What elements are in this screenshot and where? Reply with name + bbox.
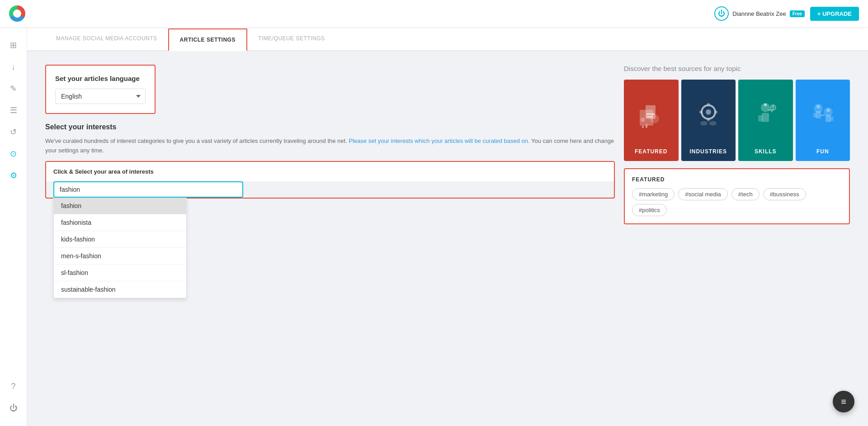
featured-label: FEATURED bbox=[635, 148, 667, 155]
sidebar-item-compose[interactable]: ✎ bbox=[5, 80, 23, 98]
svg-point-28 bbox=[826, 109, 830, 112]
interest-search-input[interactable] bbox=[53, 181, 243, 198]
svg-point-24 bbox=[816, 105, 820, 109]
industries-label: INDUSTRIES bbox=[689, 148, 727, 155]
logo-area bbox=[9, 5, 25, 22]
interests-title: Select your interests bbox=[45, 123, 615, 131]
tab-manage-social[interactable]: MANAGE SOCIAL MEDIA ACCOUNTS bbox=[45, 27, 168, 51]
svg-rect-4 bbox=[646, 116, 653, 118]
skills-icon bbox=[752, 99, 779, 134]
upgrade-button[interactable]: + UPGRADE bbox=[810, 7, 859, 21]
logo-inner bbox=[13, 9, 21, 18]
tabs-bar: MANAGE SOCIAL MEDIA ACCOUNTS ARTICLE SET… bbox=[27, 27, 868, 51]
tab-time-queue[interactable]: TIME/QUEUE SETTINGS bbox=[247, 27, 336, 51]
svg-point-2 bbox=[650, 114, 659, 123]
svg-rect-3 bbox=[646, 114, 655, 115]
tags-row: #marketing #social media #tech #bussines… bbox=[632, 188, 842, 216]
interests-desc: We've curated hundreds of interest categ… bbox=[45, 137, 615, 156]
right-panel: Discover the best sources for any topic bbox=[624, 65, 850, 409]
app-logo[interactable] bbox=[9, 5, 25, 22]
svg-point-22 bbox=[773, 109, 774, 110]
search-input-wrapper bbox=[46, 181, 614, 198]
svg-point-9 bbox=[706, 109, 711, 115]
language-title: Set your articles language bbox=[55, 75, 146, 82]
sidebar-item-settings[interactable]: ⚙ bbox=[5, 166, 23, 185]
svg-rect-17 bbox=[762, 113, 769, 122]
svg-rect-10 bbox=[707, 103, 710, 106]
svg-rect-7 bbox=[646, 124, 647, 128]
sidebar-item-import[interactable]: ⊙ bbox=[5, 145, 23, 163]
content: MANAGE SOCIAL MEDIA ACCOUNTS ARTICLE SET… bbox=[27, 27, 868, 426]
svg-rect-30 bbox=[830, 117, 834, 121]
tag-marketing[interactable]: #marketing bbox=[632, 188, 675, 200]
sidebar-bottom: ? ⏻ bbox=[5, 377, 23, 417]
content-area: Set your articles language English Spani… bbox=[27, 51, 868, 423]
svg-rect-11 bbox=[707, 118, 710, 121]
featured-tags-box: FEATURED #marketing #social media #tech … bbox=[624, 168, 850, 224]
tag-bussiness[interactable]: #bussiness bbox=[763, 188, 806, 200]
tag-tech[interactable]: #tech bbox=[731, 188, 760, 200]
cat-card-skills[interactable]: SKILLS bbox=[738, 80, 793, 161]
dropdown-item-fashionista[interactable]: fashionista bbox=[54, 214, 186, 231]
svg-rect-6 bbox=[642, 126, 644, 128]
user-avatar: ⏻ bbox=[714, 6, 729, 21]
svg-point-14 bbox=[700, 121, 708, 126]
sidebar-item-download[interactable]: ↓ bbox=[5, 58, 23, 76]
dropdown-item-sl-fashion[interactable]: sl-fashion bbox=[54, 265, 186, 281]
svg-point-19 bbox=[764, 104, 767, 106]
user-name: Diannne Beatrix Zee bbox=[732, 10, 786, 17]
sidebar-item-help[interactable]: ? bbox=[5, 377, 23, 395]
dropdown-item-fashion[interactable]: fashion bbox=[54, 198, 186, 214]
skills-label: SKILLS bbox=[755, 148, 777, 155]
dropdown-item-sustainable-fashion[interactable]: sustainable-fashion bbox=[54, 281, 186, 298]
discover-text: Discover the best sources for any topic bbox=[624, 65, 850, 72]
sidebar: ⊞ ↓ ✎ ☰ ↺ ⊙ ⚙ ? ⏻ bbox=[0, 27, 27, 426]
fun-icon bbox=[809, 99, 836, 134]
svg-rect-13 bbox=[715, 111, 717, 114]
svg-rect-18 bbox=[758, 115, 763, 122]
category-cards: FEATURED bbox=[624, 80, 850, 161]
svg-rect-12 bbox=[699, 111, 702, 114]
free-badge: Free bbox=[790, 10, 805, 17]
industries-icon bbox=[695, 101, 722, 133]
dropdown-item-kids-fashion[interactable]: kids-fashion bbox=[54, 231, 186, 248]
dropdown-list: fashion fashionista kids-fashion men-s-f… bbox=[53, 198, 187, 298]
sidebar-item-dashboard[interactable]: ⊞ bbox=[5, 36, 23, 54]
top-nav: ⏻ Diannne Beatrix Zee Free + UPGRADE bbox=[0, 0, 868, 27]
fab-button[interactable]: ≡ bbox=[833, 391, 854, 412]
left-panel: Set your articles language English Spani… bbox=[45, 65, 615, 409]
cat-card-featured[interactable]: FEATURED bbox=[624, 80, 679, 161]
top-nav-right: ⏻ Diannne Beatrix Zee Free + UPGRADE bbox=[714, 6, 859, 21]
tab-article-settings[interactable]: ARTICLE SETTINGS bbox=[168, 28, 247, 51]
desc-link[interactable]: Please set your interests which your art… bbox=[349, 137, 529, 144]
dropdown-item-mens-fashion[interactable]: men-s-fashion bbox=[54, 248, 186, 265]
sidebar-item-feed[interactable]: ☰ bbox=[5, 101, 23, 119]
click-select-box: Click & Select your area of interests fa… bbox=[45, 161, 615, 199]
cat-card-industries[interactable]: INDUSTRIES bbox=[681, 80, 736, 161]
interests-section: Select your interests We've curated hund… bbox=[45, 123, 615, 199]
svg-rect-26 bbox=[813, 113, 816, 118]
svg-point-15 bbox=[709, 121, 717, 126]
featured-section-label: FEATURED bbox=[632, 176, 842, 183]
sidebar-item-logout[interactable]: ⏻ bbox=[5, 399, 23, 417]
main-layout: ⊞ ↓ ✎ ☰ ↺ ⊙ ⚙ ? ⏻ MANAGE SOCIAL MEDIA AC… bbox=[0, 27, 868, 426]
click-select-header: Click & Select your area of interests bbox=[46, 162, 614, 181]
sidebar-item-history[interactable]: ↺ bbox=[5, 123, 23, 141]
featured-icon bbox=[637, 101, 665, 133]
svg-point-5 bbox=[641, 118, 645, 122]
tag-politics[interactable]: #politics bbox=[632, 204, 667, 216]
cat-card-fun[interactable]: FUN bbox=[796, 80, 850, 161]
language-select[interactable]: English Spanish French German bbox=[55, 89, 146, 104]
fun-label: FUN bbox=[816, 148, 829, 155]
language-box: Set your articles language English Spani… bbox=[45, 65, 156, 114]
language-section: Set your articles language English Spani… bbox=[45, 65, 615, 114]
tag-social-media[interactable]: #social media bbox=[678, 188, 728, 200]
user-info: ⏻ Diannne Beatrix Zee Free bbox=[714, 6, 805, 21]
